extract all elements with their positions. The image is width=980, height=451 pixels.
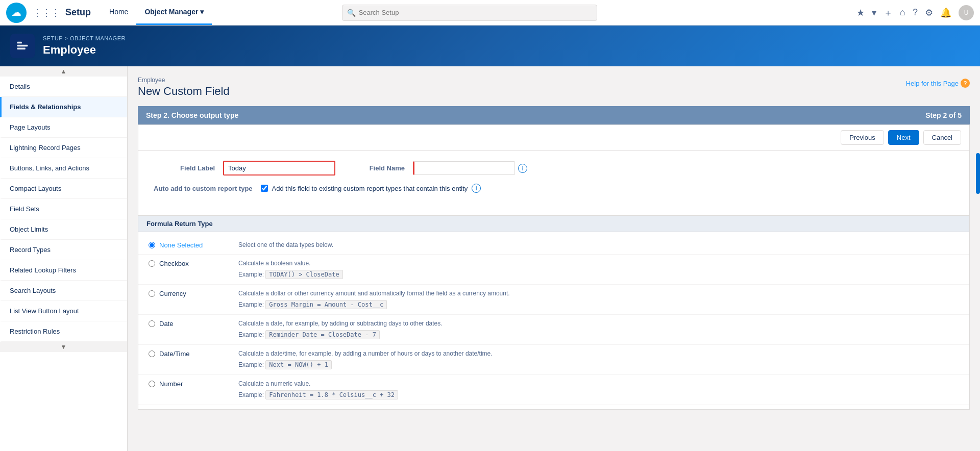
radio-none-selected-label[interactable]: None Selected xyxy=(159,241,203,249)
breadcrumb: SETUP > OBJECT MANAGER xyxy=(43,35,126,41)
formula-option-checkbox: Checkbox Calculate a boolean value. Exam… xyxy=(138,255,969,285)
svg-text:☁: ☁ xyxy=(12,8,21,18)
currency-example-line: Example: Gross Margin = Amount - Cost__c xyxy=(238,298,959,309)
field-label-input[interactable] xyxy=(223,161,335,176)
option-datetime-desc: Calculate a date/time, for example, by a… xyxy=(238,350,959,369)
sidebar-item-compact-layouts[interactable]: Compact Layouts xyxy=(0,179,127,199)
main-layout: ▲ Details Fields & Relationships Page La… xyxy=(0,66,980,451)
sidebar-item-record-types[interactable]: Record Types xyxy=(0,240,127,260)
page-title: New Custom Field xyxy=(138,85,970,98)
app-title: Setup xyxy=(65,7,91,18)
sidebar-item-object-limits[interactable]: Object Limits xyxy=(0,219,127,240)
formula-option-currency: Currency Calculate a dollar or other cur… xyxy=(138,285,969,315)
bell-icon[interactable]: 🔔 xyxy=(940,7,951,18)
sidebar-item-related-lookup-filters[interactable]: Related Lookup Filters xyxy=(0,260,127,281)
option-checkbox-desc: Calculate a boolean value. Example: TODA… xyxy=(238,260,959,279)
auto-add-checkbox[interactable] xyxy=(261,185,268,192)
starred-icon[interactable]: ★ xyxy=(856,7,865,18)
tab-object-manager[interactable]: Object Manager ▾ xyxy=(136,0,212,25)
option-date-desc: Calculate a date, for example, by adding… xyxy=(238,320,959,339)
header-banner: SETUP > OBJECT MANAGER Employee xyxy=(0,26,980,66)
field-name-info-icon[interactable]: i xyxy=(518,164,527,173)
next-button[interactable]: Next xyxy=(888,130,919,145)
radio-checkbox-col: Checkbox xyxy=(149,260,230,267)
field-label-label: Field Label xyxy=(154,164,215,172)
radio-date-label[interactable]: Date xyxy=(159,320,173,328)
sidebar-item-details[interactable]: Details xyxy=(0,77,127,97)
gear-icon[interactable]: ⚙ xyxy=(925,7,933,18)
add-icon[interactable]: ＋ xyxy=(884,7,893,19)
radio-date[interactable] xyxy=(149,320,155,327)
step-header: Step 2. Choose output type Step 2 of 5 xyxy=(138,106,970,124)
svg-rect-2 xyxy=(17,42,22,44)
breadcrumb-setup[interactable]: SETUP xyxy=(43,35,63,41)
nav-tabs: Home Object Manager ▾ xyxy=(101,0,212,25)
radio-none-selected[interactable] xyxy=(149,242,155,248)
field-name-input[interactable] xyxy=(413,161,515,175)
radio-date-col: Date xyxy=(149,320,230,328)
radio-number-col: Number xyxy=(149,380,230,388)
radio-none-selected-col: None Selected xyxy=(149,241,230,249)
nav-actions: ★ ▾ ＋ ⌂ ? ⚙ 🔔 U xyxy=(856,5,974,20)
field-name-label: Field Name xyxy=(344,164,405,172)
previous-button[interactable]: Previous xyxy=(841,130,884,145)
sidebar-item-buttons-links-actions[interactable]: Buttons, Links, and Actions xyxy=(0,158,127,179)
help-icon[interactable]: ? xyxy=(913,7,918,18)
help-link[interactable]: Help for this Page ? xyxy=(906,79,970,88)
sidebar-item-lightning-record-pages[interactable]: Lightning Record Pages xyxy=(0,138,127,158)
svg-rect-4 xyxy=(17,48,26,50)
sidebar-item-fields[interactable]: Fields & Relationships xyxy=(0,97,127,117)
cancel-button[interactable]: Cancel xyxy=(923,130,961,145)
chevron-down-icon: ▾ xyxy=(200,8,204,16)
sidebar-item-restriction-rules[interactable]: Restriction Rules xyxy=(0,321,127,342)
radio-checkbox-label[interactable]: Checkbox xyxy=(159,260,189,267)
radio-number[interactable] xyxy=(149,381,155,387)
radio-currency-label[interactable]: Currency xyxy=(159,290,186,297)
auto-add-checkbox-row: Add this field to existing custom report… xyxy=(261,184,481,193)
radio-datetime-col: Date/Time xyxy=(149,350,230,358)
option-currency-desc: Calculate a dollar or other currency amo… xyxy=(238,290,959,309)
sidebar-scroll-up[interactable]: ▲ xyxy=(0,66,127,77)
grid-icon[interactable]: ⋮⋮⋮ xyxy=(33,7,60,18)
checkbox-example-line: Example: TODAY() > CloseDate xyxy=(238,268,959,279)
radio-checkbox[interactable] xyxy=(149,260,155,267)
sidebar: ▲ Details Fields & Relationships Page La… xyxy=(0,66,128,451)
radio-number-label[interactable]: Number xyxy=(159,380,183,388)
breadcrumb-object-manager[interactable]: OBJECT MANAGER xyxy=(70,35,126,41)
auto-add-checkbox-label[interactable]: Add this field to existing custom report… xyxy=(272,185,468,192)
sidebar-item-search-layouts[interactable]: Search Layouts xyxy=(0,281,127,301)
radio-currency[interactable] xyxy=(149,290,155,297)
date-example-code: Reminder Date = CloseDate - 7 xyxy=(265,330,380,339)
sidebar-item-field-sets[interactable]: Field Sets xyxy=(0,199,127,219)
avatar[interactable]: U xyxy=(959,5,974,20)
sidebar-item-list-view-button-layout[interactable]: List View Button Layout xyxy=(0,301,127,321)
sidebar-item-page-layouts[interactable]: Page Layouts xyxy=(0,117,127,138)
auto-add-info-icon[interactable]: i xyxy=(472,184,481,193)
scroll-handle[interactable] xyxy=(976,153,980,194)
help-icon-circle: ? xyxy=(961,79,970,88)
datetime-example-line: Example: Next = NOW() + 1 xyxy=(238,359,959,369)
object-title: Employee xyxy=(43,43,126,57)
formula-section-title: Formula Return Type xyxy=(138,215,969,232)
content-area: Help for this Page ? Employee New Custom… xyxy=(128,66,980,451)
step-title: Step 2. Choose output type xyxy=(146,111,238,119)
search-input[interactable] xyxy=(342,5,597,21)
radio-datetime[interactable] xyxy=(149,350,155,357)
formula-options: None Selected Select one of the data typ… xyxy=(138,232,969,409)
step-indicator: Step 2 of 5 xyxy=(925,111,962,119)
field-form: Field Label Field Name i Auto add to cus… xyxy=(138,151,969,211)
sidebar-scroll-down[interactable]: ▼ xyxy=(0,342,127,352)
search-icon: 🔍 xyxy=(347,9,356,17)
radio-currency-col: Currency xyxy=(149,290,230,297)
formula-section: Formula Return Type None Selected Select… xyxy=(138,215,969,409)
dropdown-icon[interactable]: ▾ xyxy=(872,7,876,18)
field-label-row: Field Label Field Name i xyxy=(154,161,954,176)
wave-icon[interactable]: ⌂ xyxy=(900,7,905,18)
header-text: SETUP > OBJECT MANAGER Employee xyxy=(43,35,126,57)
checkbox-example-code: TODAY() > CloseDate xyxy=(265,270,342,279)
tab-home[interactable]: Home xyxy=(101,0,136,25)
content-header: Help for this Page ? Employee New Custom… xyxy=(138,77,970,98)
radio-datetime-label[interactable]: Date/Time xyxy=(159,350,189,358)
auto-add-label: Auto add to custom report type xyxy=(154,185,253,192)
salesforce-logo[interactable]: ☁ xyxy=(6,3,27,23)
